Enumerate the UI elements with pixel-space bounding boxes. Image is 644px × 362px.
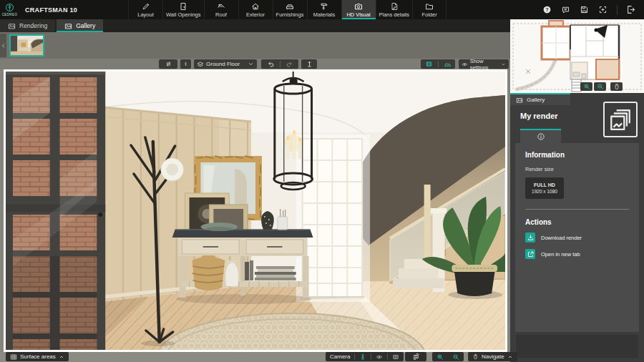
overview-mode-button[interactable]: [376, 353, 383, 361]
thumb-scroll-left-button[interactable]: [0, 34, 6, 57]
topbar-divider: [617, 5, 618, 15]
mouse-icon: [613, 83, 620, 90]
panel-tab-information[interactable]: [520, 129, 561, 143]
menu-item-layout[interactable]: Layout: [128, 0, 162, 19]
pencil-icon: [142, 2, 150, 11]
undo-redo-group: [261, 59, 298, 69]
zoom-out-icon: [597, 83, 604, 90]
redo-button[interactable]: [283, 59, 296, 69]
render-size-label: Render size: [525, 166, 629, 172]
zoom-in-button[interactable]: [436, 353, 444, 361]
eye-icon: [376, 353, 383, 361]
plan-icon: [390, 2, 399, 11]
orbit-camera-icon: [412, 353, 420, 361]
facade-mode-button[interactable]: [392, 353, 399, 361]
menu-item-roof[interactable]: Roof: [204, 0, 238, 19]
render-thumbnail-image: [11, 36, 43, 55]
hat: [161, 158, 184, 181]
open-in-new-tab-button[interactable]: Open in new tab: [525, 249, 629, 259]
render-image: [6, 72, 505, 350]
table-icon: [10, 353, 17, 361]
viewer-toolbar: Ground Floor Show settings: [0, 59, 510, 69]
floor-stepper[interactable]: [180, 59, 191, 69]
plan-pan-button[interactable]: [610, 82, 623, 91]
zoom-out-button[interactable]: [452, 353, 459, 361]
mini-floor-plan[interactable]: [510, 19, 644, 93]
floor-plan-drawing: [510, 19, 644, 93]
help-button[interactable]: ?: [542, 5, 552, 14]
panel-tab-gallery[interactable]: Gallery: [510, 93, 570, 105]
floor-selector-dropdown[interactable]: Ground Floor: [194, 59, 257, 69]
render-stack-icon: [603, 102, 638, 137]
feedback-button[interactable]: [561, 5, 570, 14]
navigate-button[interactable]: Navigate: [468, 352, 517, 361]
save-button[interactable]: [580, 5, 589, 14]
help-icon: ?: [542, 5, 552, 14]
stacked-images-icon: [608, 107, 633, 132]
menu-item-wall-openings[interactable]: Wall Openings: [162, 0, 204, 19]
menu-item-plans-details[interactable]: Plans details: [376, 0, 413, 19]
environment-group: [421, 59, 455, 69]
walk-mode-button[interactable]: [359, 353, 366, 361]
menu-item-materials[interactable]: Materials: [307, 0, 341, 19]
information-heading: Information: [525, 151, 629, 159]
download-render-button[interactable]: Download render: [525, 233, 629, 243]
gallery-side-panel: Gallery My render Information Render siz…: [510, 93, 644, 362]
plan-zoom-out-button[interactable]: [594, 82, 606, 91]
divider: [525, 209, 629, 210]
redo-icon: [286, 60, 293, 68]
chevron-down-icon: [501, 62, 506, 67]
render-info-card: Information Render size FULL HD 1920 x 1…: [515, 143, 639, 332]
entry-glass-door: [6, 72, 105, 350]
main-menu: Layout Wall Openings Roof Exterior Furni…: [128, 0, 447, 19]
menu-item-folder[interactable]: Folder: [412, 0, 447, 19]
house-icon: [251, 2, 260, 11]
gallery-icon: [64, 22, 72, 30]
camera-mode-group: Camera: [326, 352, 404, 361]
terrain-button[interactable]: [441, 59, 454, 69]
swap-view-button[interactable]: [159, 59, 177, 69]
mouse-icon: [472, 353, 479, 360]
tab-gallery[interactable]: Gallery: [57, 19, 103, 32]
center-view-button[interactable]: [598, 5, 608, 14]
globe-button[interactable]: [422, 59, 436, 69]
orbit-camera-button[interactable]: [405, 352, 426, 361]
tab-rendering[interactable]: Rendering: [0, 19, 55, 32]
elevation-icon: [306, 60, 313, 68]
plan-zoom-in-button[interactable]: [580, 82, 592, 91]
zoom-controls: [432, 352, 464, 361]
render-size-value: FULL HD 1920 x 1080: [525, 177, 564, 199]
topbar-right-icons: ?: [542, 0, 644, 19]
render-viewport[interactable]: [4, 69, 507, 352]
view-tabs: Rendering Gallery: [0, 19, 510, 32]
sofa-icon: [286, 2, 294, 11]
save-icon: [580, 5, 589, 14]
exit-icon: [627, 5, 636, 14]
zoom-in-icon: [583, 83, 590, 90]
project-title: CRAFTSMAN 10: [19, 0, 128, 19]
menu-item-furnishings[interactable]: Furnishings: [273, 0, 307, 19]
chevron-down-icon: [248, 61, 254, 67]
chevron-left-icon: [1, 43, 6, 49]
image-icon: [8, 22, 16, 30]
render-thumbnail-selected[interactable]: [9, 34, 44, 57]
globe-icon: [425, 60, 433, 68]
surface-areas-button[interactable]: Surface areas: [6, 352, 69, 361]
gallery-icon: [516, 97, 523, 104]
comment-icon: [561, 5, 570, 14]
cedreo-logo-icon: [5, 3, 14, 12]
undo-button[interactable]: [264, 59, 278, 69]
undo-icon: [267, 60, 275, 68]
paint-roller-icon: [320, 2, 328, 11]
center-icon: [598, 5, 608, 14]
menu-item-exterior[interactable]: Exterior: [238, 0, 273, 19]
swap-icon: [165, 60, 172, 68]
zoom-out-icon: [452, 353, 459, 361]
exit-button[interactable]: [627, 5, 636, 14]
menu-item-hd-visual[interactable]: HD Visual: [341, 0, 376, 19]
elevation-tool-button[interactable]: [301, 59, 317, 69]
bottom-bar: Surface areas Camera: [0, 352, 510, 362]
cedreo-logo[interactable]: CEDREO: [0, 0, 19, 19]
render-title: My render: [520, 112, 558, 120]
show-settings-dropdown[interactable]: Show settings: [459, 59, 509, 69]
